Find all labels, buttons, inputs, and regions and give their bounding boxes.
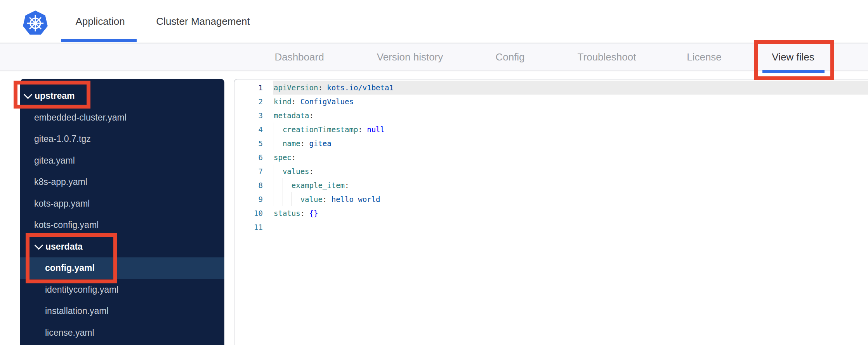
tree-file-installation.yaml[interactable]: installation.yaml xyxy=(20,300,224,322)
code-line-content: status: {} xyxy=(274,206,318,220)
subnav-tab-dashboard[interactable]: Dashboard xyxy=(274,43,324,71)
token-str: ConfigValues xyxy=(300,97,354,106)
line-number: 4 xyxy=(234,122,263,136)
line-number: 5 xyxy=(234,136,263,150)
code-line-2: 2kind: ConfigValues xyxy=(234,95,868,109)
code-line-content: metadata: xyxy=(274,109,314,122)
token-str: hello world xyxy=(332,195,380,204)
chevron-down-icon xyxy=(35,241,43,250)
token-key: metadata xyxy=(274,111,309,120)
subnav-tab-troubleshoot[interactable]: Troubleshoot xyxy=(578,43,636,71)
token-punc: : xyxy=(345,181,349,190)
subnav-tab-label: License xyxy=(687,51,722,63)
yaml-editor[interactable]: 1apiVersion: kots.io/v1beta12kind: Confi… xyxy=(234,79,868,345)
active-tab-underline xyxy=(61,39,137,42)
subnav-tab-view-files[interactable]: View files xyxy=(772,43,814,71)
file-label: config.yaml xyxy=(45,263,95,273)
token-punc: : xyxy=(309,167,314,176)
token-key: values xyxy=(283,167,309,176)
tree-file-k8s-app.yaml[interactable]: k8s-app.yaml xyxy=(20,171,224,193)
token-punc: : xyxy=(300,139,309,148)
code-line-content: kind: ConfigValues xyxy=(274,95,354,109)
line-number: 8 xyxy=(234,178,263,192)
tree-file-gitea-1.0.7.tgz[interactable]: gitea-1.0.7.tgz xyxy=(20,128,224,150)
code-line-6: 6spec: xyxy=(234,150,868,164)
token-punc: : xyxy=(318,83,327,92)
app-subnav: DashboardVersion historyConfigTroublesho… xyxy=(0,43,868,71)
code-line-content: apiVersion: kots.io/v1beta1 xyxy=(274,81,394,95)
code-line-content: values: xyxy=(274,164,314,178)
header-bar: ApplicationCluster Management xyxy=(0,0,868,43)
header-tab-application[interactable]: Application xyxy=(75,0,125,43)
header-tab-label: Application xyxy=(75,16,125,28)
kubernetes-logo xyxy=(22,10,49,36)
file-label: k8s-app.yaml xyxy=(34,177,87,187)
file-label: embedded-cluster.yaml xyxy=(34,112,127,123)
view-files-underline xyxy=(762,70,825,73)
subnav-tab-label: Version history xyxy=(377,51,443,63)
file-label: installation.yaml xyxy=(45,306,109,316)
code-line-8: 8example_item: xyxy=(234,178,868,192)
tree-file-embedded-cluster.yaml[interactable]: embedded-cluster.yaml xyxy=(20,107,224,129)
tree-file-kots-app.yaml[interactable]: kots-app.yaml xyxy=(20,193,224,215)
tree-file-kots-config.yaml[interactable]: kots-config.yaml xyxy=(20,214,224,236)
line-number: 9 xyxy=(234,192,263,206)
tree-file-gitea.yaml[interactable]: gitea.yaml xyxy=(20,150,224,172)
line-number: 7 xyxy=(234,164,263,178)
chevron-down-icon xyxy=(24,90,33,99)
token-key: creationTimestamp xyxy=(283,125,358,134)
subnav-tab-label: Dashboard xyxy=(274,51,324,63)
code-line-11: 11 xyxy=(234,220,868,234)
line-number: 11 xyxy=(234,220,263,234)
code-line-content: name: gitea xyxy=(274,136,332,150)
file-label: gitea.yaml xyxy=(34,155,75,166)
file-label: gitea-1.0.7.tgz xyxy=(34,134,91,144)
code-line-content: creationTimestamp: null xyxy=(274,122,385,136)
tree-file-license.yaml[interactable]: license.yaml xyxy=(20,322,224,344)
token-str: kots.io/v1beta1 xyxy=(327,83,394,92)
folder-label: upstream xyxy=(35,91,75,101)
header-tab-label: Cluster Management xyxy=(156,16,250,28)
code-line-10: 10status: {} xyxy=(234,206,868,220)
subnav-tab-label: Config xyxy=(495,51,524,63)
token-key: apiVersion xyxy=(274,83,318,92)
tree-folder-userdata[interactable]: userdata xyxy=(20,236,224,258)
token-kw: null xyxy=(367,125,385,134)
token-punc: : xyxy=(323,195,332,204)
line-number: 2 xyxy=(234,95,263,109)
code-line-7: 7values: xyxy=(234,164,868,178)
token-punc: : xyxy=(300,209,309,217)
token-kw: {} xyxy=(309,209,318,217)
code-line-content: example_item: xyxy=(274,178,349,192)
file-label: kots-app.yaml xyxy=(34,198,90,209)
code-line-3: 3metadata: xyxy=(234,109,868,122)
code-line-4: 4creationTimestamp: null xyxy=(234,122,868,136)
token-punc: : xyxy=(292,153,296,162)
header-tab-cluster-management[interactable]: Cluster Management xyxy=(156,0,250,43)
tree-folder-upstream[interactable]: upstream xyxy=(20,85,224,107)
file-label: license.yaml xyxy=(45,328,94,338)
token-key: example_item xyxy=(292,181,345,190)
folder-label: userdata xyxy=(45,242,83,252)
subnav-tab-label: Troubleshoot xyxy=(578,51,636,63)
token-punc: : xyxy=(292,97,300,106)
token-key: status xyxy=(274,209,300,217)
tree-file-config.yaml[interactable]: config.yaml xyxy=(20,257,224,279)
code-line-5: 5name: gitea xyxy=(234,136,868,150)
token-str: gitea xyxy=(309,139,332,148)
subnav-tab-license[interactable]: License xyxy=(687,43,722,71)
file-tree-sidebar: upstreamembedded-cluster.yamlgitea-1.0.7… xyxy=(20,79,224,345)
token-key: kind xyxy=(274,97,292,106)
subnav-tab-config[interactable]: Config xyxy=(495,43,524,71)
code-line-content: spec: xyxy=(274,150,296,164)
token-punc: : xyxy=(309,111,314,120)
line-number: 3 xyxy=(234,109,263,122)
subnav-tab-version-history[interactable]: Version history xyxy=(377,43,443,71)
token-key: spec xyxy=(274,153,292,162)
tree-file-identityconfig.yaml[interactable]: identityconfig.yaml xyxy=(20,279,224,301)
token-key: value xyxy=(300,195,323,204)
code-line-9: 9value: hello world xyxy=(234,192,868,206)
line-number: 1 xyxy=(234,81,263,95)
file-label: kots-config.yaml xyxy=(34,220,99,230)
line-number: 6 xyxy=(234,150,263,164)
